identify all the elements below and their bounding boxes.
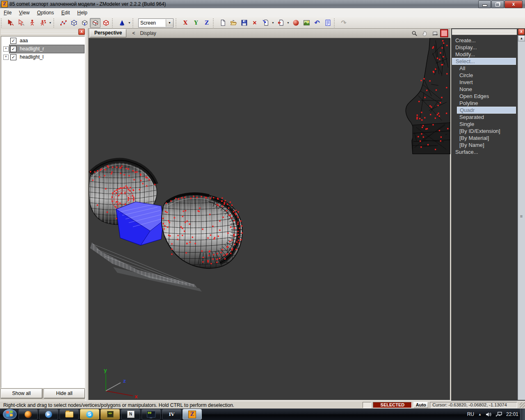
tree-row-headlight-r[interactable]: + ✓ headlight_r xyxy=(1,45,84,53)
export-button[interactable] xyxy=(275,18,286,28)
expand-plus-icon[interactable]: + xyxy=(3,46,9,52)
hide-all-button[interactable]: Hide all xyxy=(44,389,85,398)
cp-item-polyline[interactable]: Polyline xyxy=(451,100,517,107)
display-mode-label[interactable]: Display xyxy=(140,30,156,36)
cp-item-open-edges[interactable]: Open Edges xyxy=(451,93,517,100)
new-file-button[interactable] xyxy=(217,18,228,28)
cp-item-all[interactable]: All xyxy=(451,65,517,72)
axis-y-button[interactable]: Y xyxy=(191,18,201,28)
menu-options[interactable]: Options xyxy=(33,9,57,17)
pan-tool-button[interactable] xyxy=(420,29,429,38)
selection-modes-button[interactable] xyxy=(37,18,48,28)
scroll-up-icon[interactable]: ▲ xyxy=(518,35,525,41)
menu-edit[interactable]: Edit xyxy=(58,9,74,17)
export-dropdown[interactable]: ▼ xyxy=(286,18,290,27)
cp-item-by-material[interactable]: [By Material] xyxy=(451,135,517,142)
tray-expand-icon[interactable]: ▲ xyxy=(478,413,482,416)
cp-item-separated[interactable]: Separated xyxy=(451,114,517,121)
scene-tree-header-grip[interactable] xyxy=(1,29,78,35)
open-file-button[interactable] xyxy=(228,18,239,28)
show-all-button[interactable]: Show all xyxy=(1,389,42,398)
cp-item-select[interactable]: Select... xyxy=(452,58,516,65)
seat-mesh[interactable] xyxy=(406,38,450,154)
taskbar-zmodeler[interactable]: Z xyxy=(183,409,202,420)
node-label[interactable]: headlight_r xyxy=(18,46,45,52)
axis-x-button[interactable]: X xyxy=(180,18,191,28)
cp-item-surface[interactable]: Surface... xyxy=(451,148,517,155)
cube-edges-button[interactable] xyxy=(79,18,90,28)
headlight-mesh-right[interactable] xyxy=(159,190,245,272)
resize-grip[interactable] xyxy=(520,402,525,408)
combo-dropdown-icon[interactable]: ▼ xyxy=(166,19,173,27)
network-icon[interactable] xyxy=(496,412,502,417)
node-label[interactable]: headlight_l xyxy=(18,54,45,60)
axis-z-button[interactable]: Z xyxy=(201,18,212,28)
coordinate-space-select[interactable]: Screen ▼ xyxy=(138,18,173,27)
visibility-checkbox[interactable]: ✓ xyxy=(10,54,16,60)
zoom-tool-button[interactable] xyxy=(410,29,419,38)
expand-plus-icon[interactable]: + xyxy=(3,55,9,60)
save-file-button[interactable] xyxy=(239,18,249,28)
close-button[interactable]: x xyxy=(504,0,523,8)
selected-blue-box[interactable] xyxy=(116,202,163,245)
import-button[interactable] xyxy=(260,18,271,28)
menu-view[interactable]: View xyxy=(15,9,33,17)
taskbar-notepad-n[interactable]: N xyxy=(121,409,140,420)
cp-item-none[interactable]: None xyxy=(451,86,517,93)
command-panel-header-grip[interactable] xyxy=(452,29,517,35)
minimize-button[interactable] xyxy=(478,0,491,8)
show-desktop-button[interactable] xyxy=(520,409,525,420)
maximize-viewport-button[interactable] xyxy=(441,30,448,37)
texture-browser-button[interactable] xyxy=(301,18,312,28)
speaker-icon[interactable] xyxy=(486,412,492,417)
taskbar-media-player[interactable]: ▶ xyxy=(39,409,58,420)
cp-item-display[interactable]: Display... xyxy=(451,44,517,51)
taskbar-firefox[interactable] xyxy=(18,409,38,420)
node-label[interactable]: aaa xyxy=(18,37,29,44)
visibility-checkbox[interactable]: ✓ xyxy=(10,46,16,52)
selection-modes-dropdown[interactable]: ▼ xyxy=(48,18,52,27)
material-editor-button[interactable] xyxy=(290,18,301,28)
command-panel-scrollbar[interactable]: ▲ ≡ xyxy=(518,35,525,400)
clock[interactable]: 22:01 xyxy=(506,411,518,417)
delete-button[interactable]: × xyxy=(249,18,260,28)
vertical-splitter[interactable] xyxy=(85,28,88,401)
scene-tree-close-button[interactable]: x xyxy=(78,29,85,35)
orbit-tool-button[interactable] xyxy=(430,29,439,38)
cp-item-create[interactable]: Create... xyxy=(451,37,517,44)
cp-item-by-id[interactable]: [By ID/Extension] xyxy=(451,128,517,135)
gizmo-dropdown[interactable]: ▼ xyxy=(127,18,132,27)
vertices-level-button[interactable] xyxy=(58,18,68,28)
taskbar-explorer[interactable] xyxy=(59,409,79,420)
select-tool-button[interactable] xyxy=(5,18,16,28)
taskbar-gta-iv[interactable]: IV xyxy=(162,409,181,420)
nav-back-arrow[interactable]: < xyxy=(132,30,135,36)
cp-item-single[interactable]: Single xyxy=(451,121,517,128)
tree-row-headlight-l[interactable]: + ✓ headlight_l xyxy=(1,53,84,61)
view-mode-button[interactable]: Perspective xyxy=(90,29,126,37)
cp-item-by-name[interactable]: [By Name] xyxy=(451,142,517,148)
scrollbar-grip[interactable]: ≡ xyxy=(519,214,524,219)
cp-item-modify[interactable]: Modify... xyxy=(451,51,517,58)
taskbar-skype[interactable]: S xyxy=(80,409,99,420)
start-button[interactable] xyxy=(2,409,17,420)
language-indicator[interactable]: RU xyxy=(467,411,474,417)
auto-button[interactable]: Auto xyxy=(413,402,428,408)
cp-item-quadr[interactable]: Quadr xyxy=(457,107,516,114)
cube-objects-button[interactable] xyxy=(100,18,111,28)
visibility-checkbox[interactable]: ✓ xyxy=(10,38,16,44)
deselect-tool-button[interactable] xyxy=(16,18,27,28)
undo-button[interactable]: ↶ xyxy=(312,18,322,28)
cube-polygons-button[interactable] xyxy=(90,18,100,28)
import-dropdown[interactable]: ▼ xyxy=(271,18,275,27)
tree-row-aaa[interactable]: ✓ aaa xyxy=(1,37,84,45)
cp-item-circle[interactable]: Circle xyxy=(451,72,517,79)
command-panel-close-button[interactable]: x xyxy=(518,29,525,35)
menu-file[interactable]: File xyxy=(0,9,15,17)
selected-mode-indicator[interactable]: SELECTED MODE xyxy=(373,402,412,408)
redo-button-disabled[interactable]: ↷ xyxy=(338,18,349,28)
manipulator-tool-button[interactable] xyxy=(27,18,37,28)
taskbar-fraps[interactable]: 99 xyxy=(142,409,161,420)
restore-button[interactable] xyxy=(491,0,504,8)
viewport-canvas[interactable]: y x z xyxy=(88,38,450,400)
